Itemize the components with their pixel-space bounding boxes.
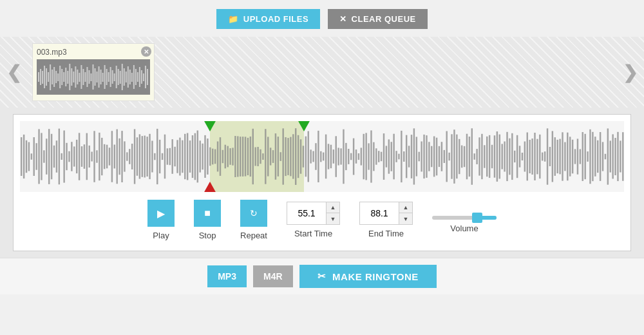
svg-rect-45 (124, 68, 125, 86)
svg-rect-55 (143, 73, 144, 81)
svg-rect-46 (126, 72, 127, 82)
svg-rect-37 (108, 72, 109, 82)
svg-rect-251 (504, 142, 505, 172)
svg-rect-281 (580, 149, 581, 164)
waveform-display[interactable] (20, 121, 624, 192)
svg-rect-225 (439, 146, 440, 167)
svg-rect-273 (559, 139, 560, 175)
svg-rect-26 (86, 67, 88, 87)
svg-rect-17 (69, 64, 70, 90)
svg-rect-128 (194, 133, 196, 180)
svg-rect-247 (494, 135, 495, 178)
svg-rect-126 (189, 140, 191, 173)
clear-queue-button[interactable]: ✕ CLEAR QUEUE (328, 9, 428, 29)
svg-rect-208 (395, 151, 397, 162)
svg-rect-114 (159, 140, 160, 173)
svg-rect-95 (111, 131, 113, 182)
bottom-bar: MP3 M4R ✂ MAKE RINGTONE (0, 258, 644, 294)
svg-rect-219 (423, 135, 424, 178)
svg-rect-261 (529, 140, 530, 173)
svg-rect-40 (114, 73, 115, 81)
svg-rect-112 (154, 153, 155, 160)
play-button[interactable]: ▶ (147, 200, 175, 227)
svg-rect-8 (52, 70, 53, 84)
play-label: Play (153, 231, 169, 240)
svg-rect-79 (71, 142, 72, 171)
svg-rect-119 (171, 139, 173, 174)
file-name: 003.mp3 (37, 48, 150, 57)
svg-rect-83 (81, 146, 82, 167)
svg-rect-156 (265, 129, 266, 184)
start-time-label: Start Time (294, 229, 332, 238)
svg-rect-72 (53, 146, 55, 168)
svg-rect-153 (257, 147, 258, 166)
svg-rect-137 (217, 142, 218, 172)
file-waveform-thumbnail (37, 59, 150, 95)
stop-button[interactable]: ■ (194, 200, 221, 227)
svg-rect-163 (282, 128, 283, 184)
svg-rect-290 (602, 142, 603, 171)
svg-rect-263 (534, 133, 535, 180)
svg-rect-199 (373, 142, 374, 171)
svg-rect-246 (491, 145, 493, 168)
end-time-input[interactable] (360, 202, 399, 224)
svg-rect-66 (38, 129, 39, 184)
svg-rect-35 (104, 65, 106, 89)
svg-rect-102 (129, 149, 130, 164)
svg-rect-194 (361, 148, 362, 165)
svg-rect-127 (192, 135, 193, 178)
start-time-up[interactable]: ▲ (327, 202, 339, 213)
svg-rect-200 (375, 148, 377, 164)
svg-rect-146 (240, 137, 241, 177)
start-time-down[interactable]: ▼ (327, 213, 339, 224)
svg-rect-211 (403, 151, 404, 162)
svg-rect-91 (101, 138, 102, 175)
svg-rect-292 (607, 128, 609, 184)
svg-rect-124 (184, 134, 185, 179)
end-time-wrapper: ▲ ▼ (359, 202, 413, 225)
carousel-right-arrow[interactable]: ❯ (623, 62, 638, 83)
svg-rect-201 (378, 151, 379, 162)
svg-rect-121 (176, 140, 178, 173)
svg-rect-16 (67, 71, 68, 84)
m4r-format-button[interactable]: M4R (253, 265, 293, 287)
repeat-button[interactable]: ↻ (240, 200, 267, 227)
svg-rect-96 (114, 145, 115, 169)
svg-rect-36 (106, 69, 108, 85)
make-ringtone-button[interactable]: ✂ MAKE RINGTONE (299, 265, 437, 288)
svg-rect-116 (164, 135, 166, 179)
svg-rect-160 (275, 133, 276, 180)
svg-rect-10 (55, 71, 57, 83)
svg-rect-14 (63, 72, 64, 82)
play-icon: ▶ (157, 207, 165, 220)
svg-rect-278 (572, 140, 573, 173)
svg-rect-288 (597, 140, 598, 173)
end-time-up[interactable]: ▲ (399, 202, 412, 213)
svg-rect-206 (391, 142, 392, 171)
svg-rect-280 (577, 139, 578, 174)
svg-rect-105 (137, 137, 138, 176)
svg-rect-143 (232, 148, 233, 165)
svg-rect-82 (79, 133, 80, 180)
upload-files-button[interactable]: 📁 UPLOAD FILES (216, 9, 320, 29)
svg-rect-272 (556, 140, 558, 173)
svg-rect-138 (220, 137, 221, 176)
svg-rect-230 (451, 134, 452, 178)
svg-rect-147 (242, 137, 243, 177)
svg-rect-25 (84, 72, 86, 82)
carousel-left-arrow[interactable]: ❮ (6, 62, 21, 83)
start-time-spinners: ▲ ▼ (326, 202, 339, 224)
svg-rect-242 (481, 134, 482, 179)
volume-slider[interactable] (432, 216, 497, 220)
svg-rect-142 (229, 148, 231, 165)
stop-icon: ■ (204, 207, 211, 219)
svg-rect-56 (145, 66, 146, 88)
end-time-down[interactable]: ▼ (399, 213, 412, 224)
volume-thumb[interactable] (472, 213, 482, 223)
svg-rect-11 (57, 73, 59, 81)
svg-rect-174 (310, 149, 311, 163)
start-time-input[interactable] (287, 202, 326, 224)
mp3-format-button[interactable]: MP3 (207, 265, 247, 287)
file-close-button[interactable]: ✕ (141, 46, 151, 57)
svg-rect-75 (61, 153, 62, 160)
